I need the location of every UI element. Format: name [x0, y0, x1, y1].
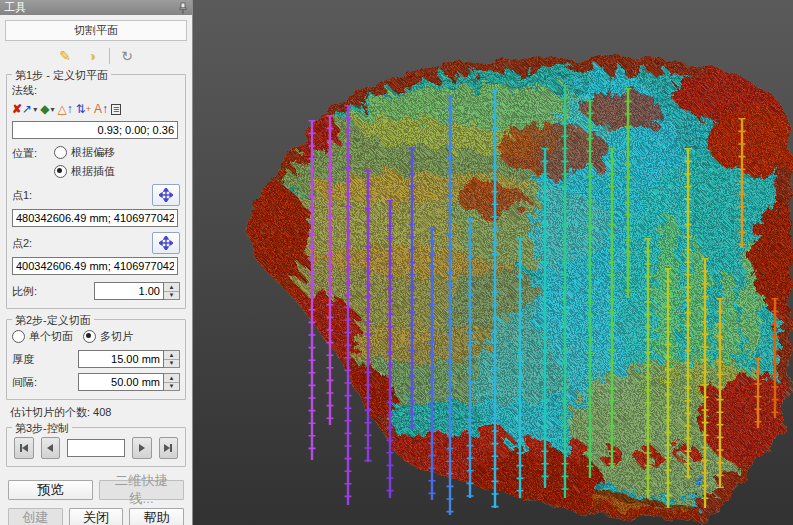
move-cross-icon — [159, 188, 173, 202]
point2-pick-button[interactable] — [152, 232, 180, 254]
toolbar-separator — [109, 48, 110, 64]
tools-panel: 工具 切割平面 ✎ ◑ ↻ 第1步 - 定义切平面 法线: ✘↗▾ ◆▾ △↑ … — [0, 0, 193, 525]
axis-pick-icon[interactable]: ✘↗▾ — [12, 101, 37, 117]
point-normal-icon[interactable]: A↑ — [94, 101, 108, 117]
panel-title: 工具 — [4, 0, 26, 15]
help-button[interactable]: 帮助 — [129, 508, 184, 525]
slice-index-input[interactable] — [67, 439, 125, 457]
two-point-icon[interactable]: △↑ — [57, 101, 72, 117]
slice-count-estimate: 估计切片的个数: 408 — [10, 405, 182, 420]
radio-by-value-label: 根据插值 — [71, 164, 115, 179]
normal-icon-row: ✘↗▾ ◆▾ △↑ ⇅+ A↑ ☰ — [12, 101, 180, 117]
radio-single-section-dot — [12, 330, 25, 343]
group-step2-title: 第2步-定义切面 — [12, 313, 94, 328]
group-step3: 第3步-控制 — [6, 427, 186, 467]
point1-pick-button[interactable] — [152, 184, 180, 206]
create-button[interactable]: 创建 — [8, 508, 63, 525]
group-step1: 第1步 - 定义切平面 法线: ✘↗▾ ◆▾ △↑ ⇅+ A↑ ☰ 位置: 根据… — [6, 74, 186, 309]
hand-rotate-icon[interactable]: ↻ — [117, 47, 137, 65]
normal-vector-input[interactable] — [12, 121, 178, 139]
viewport-3d[interactable] — [193, 0, 793, 525]
normal-label: 法线: — [12, 83, 180, 98]
point1-label: 点1: — [12, 188, 32, 203]
spacing-spinner[interactable]: ▲▼ — [164, 373, 180, 391]
point2-input[interactable] — [12, 257, 178, 275]
radio-multi-slice[interactable]: 多切片 — [83, 329, 133, 344]
thickness-spinner[interactable]: ▲▼ — [164, 350, 180, 368]
last-slice-button[interactable] — [159, 437, 179, 459]
point1-input[interactable] — [12, 209, 178, 227]
draw-plane-icon[interactable]: ✎ — [55, 47, 75, 65]
radio-multi-slice-dot — [83, 330, 96, 343]
plane-pick-icon[interactable]: ◆▾ — [40, 101, 54, 117]
panel-toolbar: ✎ ◑ ↻ — [0, 43, 192, 67]
list-dialog-icon[interactable]: ☰ — [111, 101, 121, 117]
radio-by-value[interactable]: 根据插值 — [54, 164, 170, 179]
prev-slice-button[interactable] — [41, 437, 61, 459]
group-step2: 第2步-定义切面 单个切面 多切片 厚度 ▲▼ — [6, 319, 186, 400]
first-slice-button[interactable] — [14, 437, 34, 459]
flip-normal-icon[interactable]: ⇅+ — [76, 101, 91, 117]
radio-by-offset-label: 根据偏移 — [71, 145, 115, 160]
point2-label: 点2: — [12, 236, 32, 251]
section-header-cutting-plane: 切割平面 — [5, 20, 187, 41]
close-button[interactable]: 关闭 — [69, 508, 124, 525]
slice-playback-controls — [14, 437, 178, 459]
position-label: 位置: — [12, 145, 54, 161]
radio-by-offset-dot — [54, 146, 67, 159]
radio-single-section[interactable]: 单个切面 — [12, 329, 73, 344]
group-step1-title: 第1步 - 定义切平面 — [12, 68, 111, 83]
quick-2d-lines-button[interactable]: 二维快捷线... — [99, 480, 184, 500]
pin-icon[interactable] — [178, 2, 188, 14]
preview-button[interactable]: 预览 — [8, 480, 93, 500]
scale-spinner[interactable]: ▲▼ — [164, 282, 180, 300]
move-cross-icon — [159, 236, 173, 250]
thickness-input[interactable] — [78, 350, 164, 368]
radio-by-offset[interactable]: 根据偏移 — [54, 145, 170, 160]
radio-by-value-dot — [54, 165, 67, 178]
group-step3-title: 第3步-控制 — [12, 421, 72, 436]
panel-titlebar[interactable]: 工具 — [0, 0, 192, 15]
scale-label: 比例: — [12, 284, 37, 299]
spacing-label: 间隔: — [12, 375, 37, 390]
radio-multi-slice-label: 多切片 — [100, 329, 133, 344]
spacing-input[interactable] — [78, 373, 164, 391]
next-slice-button[interactable] — [132, 437, 152, 459]
thickness-label: 厚度 — [12, 352, 34, 367]
viewport-canvas[interactable] — [193, 0, 793, 525]
scale-input[interactable] — [94, 282, 164, 300]
radio-single-section-label: 单个切面 — [29, 329, 73, 344]
plane-disc-icon[interactable]: ◑ — [82, 47, 102, 65]
application-window: 工具 切割平面 ✎ ◑ ↻ 第1步 - 定义切平面 法线: ✘↗▾ ◆▾ △↑ … — [0, 0, 793, 525]
